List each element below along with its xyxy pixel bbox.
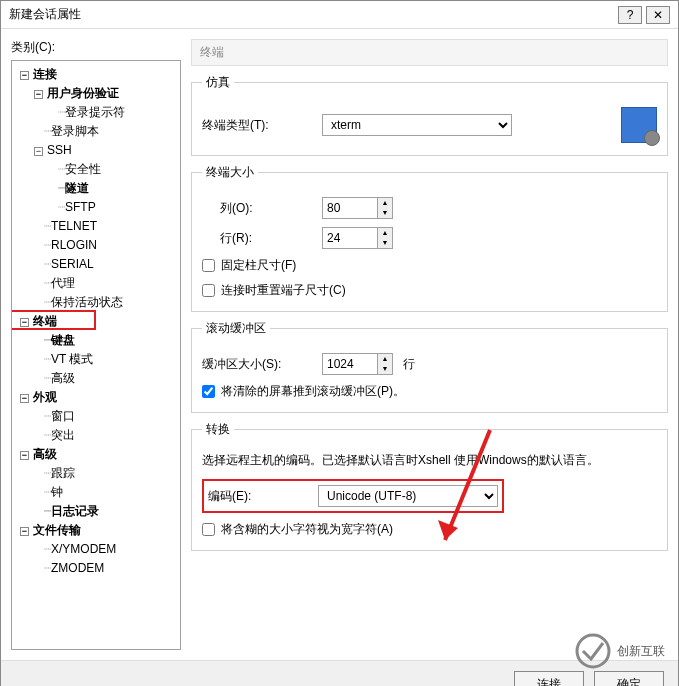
emulation-group: 仿真 终端类型(T): xterm	[191, 74, 668, 156]
ambiguous-checkbox[interactable]	[202, 523, 215, 536]
rows-label: 行(R):	[220, 230, 322, 247]
tree-keepalive[interactable]: ┈保持活动状态	[14, 293, 178, 312]
watermark-logo: 创新互联	[559, 626, 679, 676]
pushclear-label: 将清除的屏幕推到滚动缓冲区(P)。	[221, 383, 405, 400]
encoding-label: 编码(E):	[208, 488, 318, 505]
conversion-legend: 转换	[202, 421, 234, 438]
tree-security[interactable]: ┈安全性	[14, 160, 178, 179]
tree-trace[interactable]: ┈跟踪	[14, 464, 178, 483]
resetsize-checkbox[interactable]	[202, 284, 215, 297]
pushclear-checkbox[interactable]	[202, 385, 215, 398]
tree-rlogin[interactable]: ┈RLOGIN	[14, 236, 178, 255]
cols-input[interactable]	[322, 197, 378, 219]
termtype-select[interactable]: xterm	[322, 114, 512, 136]
tree-sftp[interactable]: ┈SFTP	[14, 198, 178, 217]
tree-terminal[interactable]: −终端	[14, 312, 178, 331]
cols-up[interactable]: ▲	[378, 198, 392, 208]
ambiguous-label: 将含糊的大小字符视为宽字符(A)	[221, 521, 393, 538]
buffersize-label: 缓冲区大小(S):	[202, 356, 322, 373]
rows-down[interactable]: ▼	[378, 238, 392, 248]
fixedcols-label: 固定柱尺寸(F)	[221, 257, 296, 274]
tree-advanced[interactable]: ┈高级	[14, 369, 178, 388]
cols-label: 列(O):	[220, 200, 322, 217]
termtype-label: 终端类型(T):	[202, 117, 322, 134]
tree-xymodem[interactable]: ┈X/YMODEM	[14, 540, 178, 559]
svg-point-2	[577, 635, 609, 667]
conversion-group: 转换 选择远程主机的编码。已选择默认语言时Xshell 使用Windows的默认…	[191, 421, 668, 551]
tree-tunnel[interactable]: ┈隧道	[14, 179, 178, 198]
titlebar: 新建会话属性 ? ✕	[1, 1, 678, 29]
close-button[interactable]: ✕	[646, 6, 670, 24]
help-button[interactable]: ?	[618, 6, 642, 24]
dialog: 新建会话属性 ? ✕ 类别(C): −连接 −用户身份验证 ┈登录提示符 ┈登录…	[0, 0, 679, 686]
cols-down[interactable]: ▼	[378, 208, 392, 218]
tree-bell[interactable]: ┈钟	[14, 483, 178, 502]
emulation-legend: 仿真	[202, 74, 234, 91]
scrollback-legend: 滚动缓冲区	[202, 320, 270, 337]
tree-serial[interactable]: ┈SERIAL	[14, 255, 178, 274]
tree-userauth[interactable]: −用户身份验证	[14, 84, 178, 103]
termsize-legend: 终端大小	[202, 164, 258, 181]
tree-ssh[interactable]: −SSH	[14, 141, 178, 160]
tree-telnet[interactable]: ┈TELNET	[14, 217, 178, 236]
tree-zmodem[interactable]: ┈ZMODEM	[14, 559, 178, 578]
encoding-select[interactable]: Unicode (UTF-8)	[318, 485, 498, 507]
tree-highlight[interactable]: ┈突出	[14, 426, 178, 445]
tree-loginscript[interactable]: ┈登录脚本	[14, 122, 178, 141]
tree-keyboard[interactable]: ┈键盘	[14, 331, 178, 350]
buffersize-input[interactable]	[322, 353, 378, 375]
buffersize-unit: 行	[403, 356, 415, 373]
category-tree[interactable]: −连接 −用户身份验证 ┈登录提示符 ┈登录脚本 −SSH ┈安全性 ┈隧道 ┈…	[11, 60, 181, 650]
conversion-desc: 选择远程主机的编码。已选择默认语言时Xshell 使用Windows的默认语言。	[202, 452, 657, 469]
scrollback-group: 滚动缓冲区 缓冲区大小(S): ▲▼ 行 将清除的屏幕推到滚动缓冲区(P)。	[191, 320, 668, 413]
resetsize-label: 连接时重置端子尺寸(C)	[221, 282, 346, 299]
tree-proxy[interactable]: ┈代理	[14, 274, 178, 293]
tree-filetransfer[interactable]: −文件传输	[14, 521, 178, 540]
tree-vtmode[interactable]: ┈VT 模式	[14, 350, 178, 369]
rows-up[interactable]: ▲	[378, 228, 392, 238]
tree-advanced2[interactable]: −高级	[14, 445, 178, 464]
category-label: 类别(C):	[11, 39, 181, 56]
tree-window[interactable]: ┈窗口	[14, 407, 178, 426]
tree-appearance[interactable]: −外观	[14, 388, 178, 407]
buf-down[interactable]: ▼	[378, 364, 392, 374]
panel-header: 终端	[191, 39, 668, 66]
rows-input[interactable]	[322, 227, 378, 249]
tree-loginprompt[interactable]: ┈登录提示符	[14, 103, 178, 122]
fixedcols-checkbox[interactable]	[202, 259, 215, 272]
buf-up[interactable]: ▲	[378, 354, 392, 364]
terminal-icon[interactable]	[621, 107, 657, 143]
tree-connection[interactable]: −连接	[14, 65, 178, 84]
termsize-group: 终端大小 列(O): ▲▼ 行(R): ▲▼ 固定柱尺寸(F) 连接时重置端子尺…	[191, 164, 668, 312]
dialog-title: 新建会话属性	[9, 6, 614, 23]
tree-logging[interactable]: ┈日志记录	[14, 502, 178, 521]
